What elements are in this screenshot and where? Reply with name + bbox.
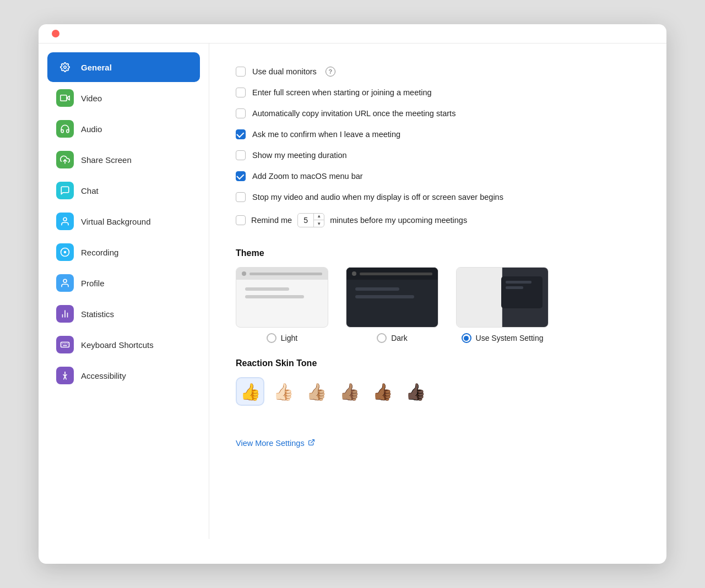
theme-radio-dark[interactable]: Dark [377, 333, 408, 343]
audio-icon [56, 120, 74, 138]
theme-preview-dark [346, 267, 438, 328]
theme-radio-system[interactable]: Use System Setting [462, 333, 544, 343]
remind-label-before: Remind me [251, 216, 292, 225]
sidebar-label-audio: Audio [81, 124, 102, 134]
theme-section: Theme Light Dark [236, 248, 640, 343]
remind-label-after: minutes before my upcoming meetings [330, 216, 467, 225]
checkbox-row-dual-monitors: Use dual monitors? [236, 61, 640, 82]
checkbox-row-copy-url: Automatically copy invitation URL once t… [236, 103, 640, 124]
sidebar-item-audio[interactable]: Audio [47, 114, 200, 144]
spinner-down[interactable]: ▼ [314, 220, 324, 227]
content-area: GeneralVideoAudioShare ScreenChatVirtual… [39, 43, 666, 539]
skin-tone-section: Reaction Skin Tone👍👍🏻👍🏼👍🏽👍🏾👍🏿 [236, 358, 640, 406]
close-button[interactable] [52, 30, 59, 37]
svg-rect-2 [61, 95, 67, 101]
theme-option-light[interactable]: Light [236, 267, 328, 343]
sidebar-label-virtual-background: Virtual Background [81, 217, 150, 226]
sidebar-label-video: Video [81, 94, 102, 103]
sidebar-item-video[interactable]: Video [47, 83, 200, 113]
svg-point-6 [64, 251, 67, 254]
main-content: Use dual monitors?Enter full screen when… [209, 43, 666, 539]
sidebar-item-profile[interactable]: Profile [47, 268, 200, 298]
skin-tone-medium-light[interactable]: 👍🏼 [302, 377, 330, 406]
remind-row: Remind me5▲▼minutes before my upcoming m… [236, 208, 640, 233]
theme-preview-system [456, 267, 549, 328]
checkbox-stop-video[interactable] [236, 192, 246, 202]
skin-tone-light[interactable]: 👍🏻 [269, 377, 297, 406]
checkbox-remind[interactable] [236, 215, 246, 225]
skin-tone-dark[interactable]: 👍🏿 [401, 377, 430, 406]
profile-icon [56, 274, 74, 292]
theme-options: Light Dark Use System Setting [236, 267, 640, 343]
svg-point-7 [63, 279, 67, 282]
checkbox-label-full-screen: Enter full screen when starting or joini… [252, 88, 432, 97]
share-screen-icon [56, 151, 74, 168]
radio-label-dark: Dark [391, 334, 408, 342]
sidebar-item-statistics[interactable]: Statistics [47, 299, 200, 329]
spinner-up[interactable]: ▲ [314, 213, 324, 220]
sidebar-label-keyboard-shortcuts: Keyboard Shortcuts [81, 340, 154, 350]
sidebar: GeneralVideoAudioShare ScreenChatVirtual… [39, 43, 209, 539]
checkbox-label-menu-bar: Add Zoom to macOS menu bar [252, 172, 363, 181]
svg-line-20 [65, 377, 66, 379]
sidebar-label-recording: Recording [81, 248, 118, 257]
sidebar-item-recording[interactable]: Recording [47, 237, 200, 267]
settings-window: GeneralVideoAudioShare ScreenChatVirtual… [39, 24, 666, 564]
sidebar-item-keyboard-shortcuts[interactable]: Keyboard Shortcuts [47, 330, 200, 360]
checkbox-label-dual-monitors: Use dual monitors [252, 67, 317, 76]
video-icon [56, 89, 74, 107]
sidebar-item-share-screen[interactable]: Share Screen [47, 145, 200, 175]
checkbox-label-confirm-leave: Ask me to confirm when I leave a meeting [252, 130, 400, 139]
theme-radio-light[interactable]: Light [267, 333, 297, 343]
radio-label-light: Light [281, 334, 297, 342]
sidebar-item-chat[interactable]: Chat [47, 176, 200, 205]
sidebar-label-profile: Profile [81, 279, 105, 288]
remind-spinner[interactable]: 5▲▼ [297, 213, 324, 227]
sidebar-item-general[interactable]: General [47, 52, 200, 82]
svg-line-21 [311, 440, 314, 443]
sidebar-label-general: General [81, 63, 112, 72]
chat-icon [56, 182, 74, 199]
sidebar-label-statistics: Statistics [81, 309, 114, 319]
skin-tones: 👍👍🏻👍🏼👍🏽👍🏾👍🏿 [236, 377, 640, 406]
checkbox-menu-bar[interactable] [236, 171, 246, 181]
keyboard-shortcuts-icon [56, 336, 74, 353]
checkbox-row-menu-bar: Add Zoom to macOS menu bar [236, 166, 640, 187]
radio-dark[interactable] [377, 333, 387, 343]
checkbox-dual-monitors[interactable] [236, 67, 246, 77]
checkbox-label-meeting-duration: Show my meeting duration [252, 151, 347, 160]
theme-option-dark[interactable]: Dark [346, 267, 438, 343]
theme-option-system[interactable]: Use System Setting [456, 267, 549, 343]
radio-system[interactable] [462, 333, 471, 343]
recording-icon [56, 243, 74, 261]
checkbox-row-stop-video: Stop my video and audio when my display … [236, 187, 640, 208]
sidebar-item-accessibility[interactable]: Accessibility [47, 361, 200, 390]
view-more-settings[interactable]: View More Settings [236, 439, 315, 448]
traffic-lights [52, 30, 59, 37]
radio-light[interactable] [267, 333, 276, 343]
skin-tone-medium[interactable]: 👍🏽 [335, 377, 364, 406]
help-icon[interactable]: ? [326, 67, 335, 77]
skin-tone-default[interactable]: 👍 [236, 377, 264, 406]
checkbox-copy-url[interactable] [236, 108, 246, 118]
sidebar-label-chat: Chat [81, 186, 99, 195]
sidebar-item-virtual-background[interactable]: Virtual Background [47, 206, 200, 236]
checkbox-row-meeting-duration: Show my meeting duration [236, 145, 640, 166]
skin-tone-medium-dark[interactable]: 👍🏾 [368, 377, 397, 406]
remind-value: 5 [298, 216, 313, 225]
checkbox-confirm-leave[interactable] [236, 129, 246, 139]
title-bar [39, 24, 666, 43]
checkbox-row-full-screen: Enter full screen when starting or joini… [236, 82, 640, 103]
theme-preview-light [236, 267, 328, 328]
general-icon [56, 58, 74, 76]
external-link-icon [308, 439, 315, 448]
checkboxes-section: Use dual monitors?Enter full screen when… [236, 61, 640, 233]
checkbox-label-stop-video: Stop my video and audio when my display … [252, 193, 503, 202]
sidebar-label-share-screen: Share Screen [81, 155, 132, 165]
checkbox-meeting-duration[interactable] [236, 150, 246, 160]
accessibility-icon [56, 367, 74, 384]
statistics-icon [56, 305, 74, 323]
checkbox-full-screen[interactable] [236, 88, 246, 97]
view-more-label: View More Settings [236, 439, 305, 448]
svg-point-0 [64, 66, 67, 69]
